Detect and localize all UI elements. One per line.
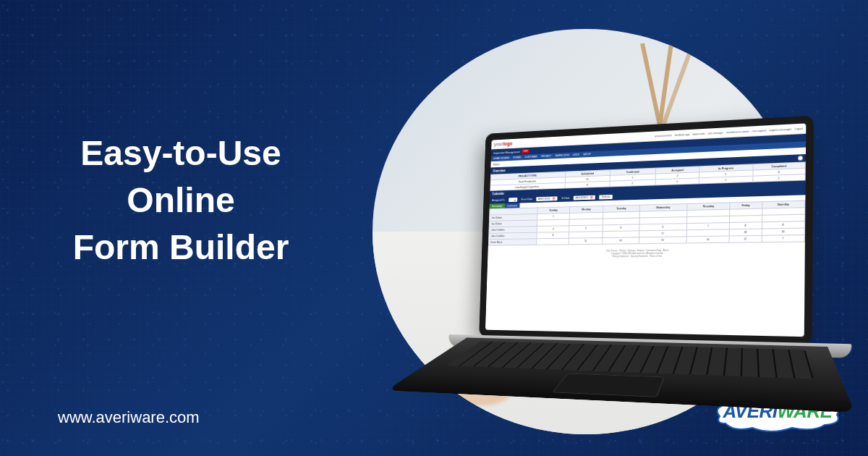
app-logo: yourlogo: [494, 141, 513, 147]
laptop-screen-frame: yourlogo announcements feedback app repo…: [479, 115, 814, 345]
header-link[interactable]: announcements: [655, 134, 672, 138]
cal-cell[interactable]: 14: [603, 237, 639, 245]
calendar-title: Calendar: [492, 192, 504, 195]
headline: Easy-to-Use Online Form Builder: [51, 130, 311, 271]
assigned-to-label: Assigned To: [492, 199, 505, 202]
headline-line-2: Online: [51, 177, 311, 224]
assigned-to-dropdown[interactable]: ▾: [509, 198, 518, 202]
laptop-trackpad: [552, 373, 665, 397]
from-date-input[interactable]: 08/07/2021 📅: [536, 196, 557, 201]
to-date-input[interactable]: 08/13/2021 📅: [574, 195, 595, 200]
from-date-label: From Date: [521, 198, 532, 200]
logo-logo: logo: [503, 141, 513, 146]
laptop-illustration: yourlogo announcements feedback app repo…: [333, 14, 839, 442]
headline-line-1: Easy-to-Use: [51, 130, 311, 177]
sub-nav-item[interactable]: SETUP: [583, 153, 591, 156]
refresh-button[interactable]: Refresh: [599, 195, 613, 199]
overview-title: Overview: [493, 169, 506, 172]
gear-icon[interactable]: [798, 156, 802, 160]
laptop-keys: [446, 342, 814, 379]
to-date-label: To Date: [561, 197, 570, 200]
logo-your: your: [494, 142, 503, 147]
laptop-keyboard-deck: [386, 337, 856, 413]
sub-nav-item[interactable]: FORMS: [513, 156, 521, 159]
nav-module-label[interactable]: Inspection Management: [493, 150, 520, 154]
nav-live-tag: LIVE: [521, 149, 529, 153]
calendar-grid: Sunday Monday Tuesday Wednesday Thursday…: [488, 200, 806, 246]
header-link[interactable]: report tools: [692, 132, 705, 135]
cal-cell[interactable]: 12: [729, 235, 762, 242]
cal-cell[interactable]: 7: [762, 235, 805, 242]
header-link[interactable]: support+messages: [769, 127, 791, 132]
header-link[interactable]: user manager: [707, 131, 723, 135]
sub-nav-item[interactable]: HOME SCREEN: [493, 156, 509, 160]
header-link[interactable]: feedback app: [675, 132, 690, 136]
headline-line-3: Form Builder: [51, 224, 311, 271]
sub-nav-item[interactable]: LISTS: [573, 153, 579, 156]
row-label: Kevin Black: [488, 239, 537, 245]
cal-cell[interactable]: 14: [639, 237, 687, 244]
sub-nav-item[interactable]: INSPECTION: [556, 154, 569, 158]
header-link[interactable]: maintenance+status: [726, 130, 749, 134]
sub-nav-item[interactable]: CUSTOMER: [524, 156, 537, 159]
app-screen: yourlogo announcements feedback app repo…: [485, 123, 806, 337]
laptop: yourlogo announcements feedback app repo…: [452, 114, 846, 441]
cal-cell[interactable]: 11: [569, 237, 603, 244]
tab-scheduled[interactable]: Scheduled: [490, 203, 505, 208]
website-url: www.averiware.com: [58, 408, 200, 427]
sub-nav-item[interactable]: PROJECT: [541, 155, 551, 158]
cal-cell[interactable]: [537, 238, 569, 245]
tab-confirmed[interactable]: Confirmed: [504, 203, 519, 208]
app-footer: Data Classic · Printed · Gateway · Repor…: [488, 245, 805, 261]
header-link[interactable]: new support: [752, 129, 767, 132]
view-tabs: Scheduled Confirmed: [490, 203, 520, 208]
cal-cell[interactable]: 14: [687, 236, 730, 243]
header-link[interactable]: Logout: [795, 127, 803, 130]
